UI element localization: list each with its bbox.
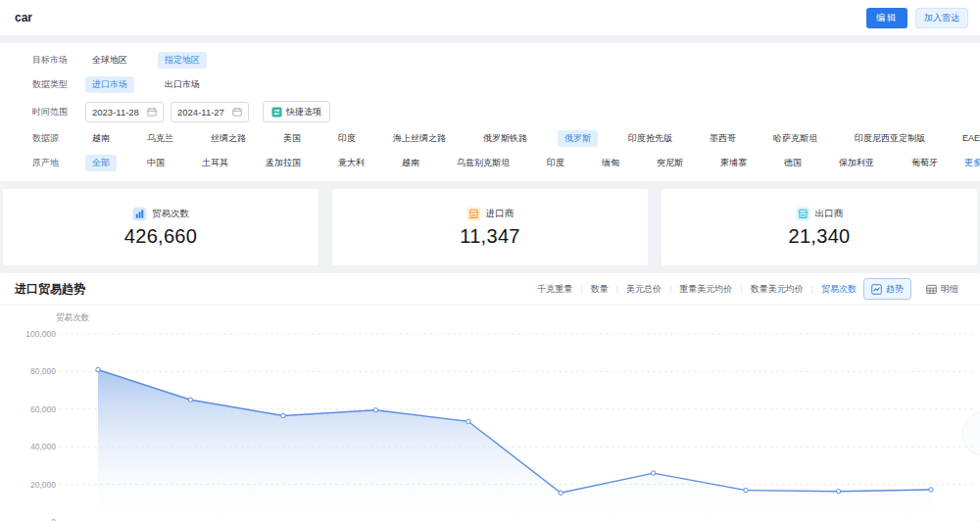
- page-title: car: [15, 11, 32, 24]
- page: car 编辑 加入雷达 目标市场 全球地区指定地区 数据类型 进口市场出口市场 …: [0, 0, 980, 521]
- y-tick-label: 100,000: [25, 329, 56, 339]
- quick-options-button[interactable]: 快捷选项: [263, 101, 330, 122]
- metric-toggle[interactable]: 千克重量: [537, 283, 572, 296]
- filter-option[interactable]: 俄罗斯铁路: [476, 130, 534, 147]
- data-type-options: 进口市场出口市场: [85, 76, 207, 93]
- chart-header: 进口贸易趋势 千克重量|数量|美元总价|重量美元均价|数量美元均价|贸易次数 趋…: [0, 273, 980, 306]
- trend-chart-card: 进口贸易趋势 千克重量|数量|美元总价|重量美元均价|数量美元均价|贸易次数 趋…: [0, 273, 980, 521]
- filter-option[interactable]: 德国: [777, 155, 808, 171]
- filter-option[interactable]: 海上丝绸之路: [386, 130, 453, 147]
- filter-option[interactable]: 全球地区: [85, 52, 134, 69]
- filter-option[interactable]: 印度: [331, 130, 363, 147]
- metric-toggle[interactable]: 贸易次数: [821, 283, 857, 296]
- y-axis-title: 贸易次数: [56, 312, 90, 322]
- filter-option[interactable]: 墨西哥: [703, 130, 743, 147]
- metric-separator: |: [580, 284, 582, 294]
- metric-toggle[interactable]: 美元总价: [626, 283, 662, 296]
- data-point[interactable]: [929, 488, 933, 492]
- filter-option[interactable]: 俄罗斯: [558, 130, 598, 147]
- metric-toggle[interactable]: 数量: [591, 283, 609, 296]
- trades-count-value: 426,660: [124, 225, 197, 248]
- importer-store-icon: [466, 207, 481, 221]
- start-date-input[interactable]: 2023-11-28: [85, 102, 164, 122]
- data-point[interactable]: [96, 367, 100, 371]
- target-market-row: 目标市场 全球地区指定地区: [0, 48, 980, 72]
- data-point[interactable]: [652, 471, 656, 475]
- trades-count-card: 贸易次数 426,660: [3, 189, 318, 265]
- filter-option[interactable]: 印度抢先版: [621, 130, 679, 147]
- end-date-value: 2024-11-27: [177, 107, 224, 118]
- filter-option[interactable]: 进口市场: [85, 76, 134, 93]
- filter-option[interactable]: 哈萨克斯坦: [766, 130, 824, 147]
- trend-view-button[interactable]: 趋势: [863, 278, 911, 300]
- filter-option[interactable]: 印度: [540, 155, 571, 171]
- data-point[interactable]: [559, 491, 563, 495]
- detail-view-button[interactable]: 明细: [918, 278, 966, 300]
- quick-options-icon: [271, 107, 282, 118]
- filter-option[interactable]: 乌克兰: [140, 130, 180, 147]
- detail-view-label: 明细: [941, 283, 958, 296]
- origin-label: 原产地: [32, 157, 78, 169]
- calendar-icon: [232, 107, 242, 117]
- floating-widget[interactable]: [962, 412, 980, 455]
- filter-option[interactable]: 突尼斯: [650, 155, 690, 171]
- chart-controls: 千克重量|数量|美元总价|重量美元均价|数量美元均价|贸易次数 趋势 明细: [537, 278, 966, 300]
- metric-separator: |: [811, 284, 813, 294]
- y-tick-label: 40,000: [30, 442, 56, 451]
- end-date-input[interactable]: 2024-11-27: [171, 102, 249, 122]
- filter-option[interactable]: 孟加拉国: [259, 155, 308, 171]
- data-point[interactable]: [466, 419, 470, 423]
- filter-option[interactable]: 土耳其: [195, 155, 235, 171]
- metric-toggle[interactable]: 重量美元均价: [679, 283, 732, 296]
- time-range-controls: 2023-11-28 2024-11-27 快捷选项: [85, 101, 330, 122]
- filter-option[interactable]: 保加利亚: [832, 155, 881, 171]
- filter-option[interactable]: 越南: [85, 130, 117, 147]
- filter-panel: 目标市场 全球地区指定地区 数据类型 进口市场出口市场 时间范围 2023-11…: [0, 43, 980, 181]
- data-point[interactable]: [281, 413, 285, 417]
- edit-button[interactable]: 编辑: [866, 8, 907, 28]
- y-tick-label: 0: [51, 517, 56, 521]
- filter-option[interactable]: 出口市场: [158, 76, 207, 93]
- y-tick-label: 60,000: [30, 404, 56, 414]
- origin-more-link[interactable]: 更多: [964, 157, 980, 169]
- data-source-options: 越南乌克兰丝绸之路美国印度海上丝绸之路俄罗斯铁路俄罗斯印度抢先版墨西哥哈萨克斯坦…: [85, 130, 980, 147]
- stat-label: 贸易次数: [152, 208, 189, 220]
- chart-title: 进口贸易趋势: [15, 281, 85, 298]
- filter-option[interactable]: 全部: [85, 155, 117, 171]
- filter-option[interactable]: EAEU(哈萨克斯坦): [956, 130, 980, 147]
- origin-row: 原产地 全部中国土耳其孟加拉国意大利越南乌兹别克斯坦印度缅甸突尼斯柬埔寨德国保加…: [0, 151, 980, 175]
- filter-option[interactable]: 缅甸: [595, 155, 626, 171]
- target-market-options: 全球地区指定地区: [85, 52, 207, 69]
- filter-option[interactable]: 美国: [276, 130, 308, 147]
- filter-option[interactable]: 越南: [395, 155, 426, 171]
- filter-option[interactable]: 印度尼西亚定制版: [848, 130, 932, 147]
- filter-option[interactable]: 柬埔寨: [713, 155, 754, 171]
- y-tick-label: 20,000: [30, 480, 56, 490]
- exporter-store-icon: [796, 207, 810, 221]
- metric-separator: |: [669, 284, 671, 294]
- metric-toggle[interactable]: 数量美元均价: [751, 283, 804, 296]
- filter-option[interactable]: 指定地区: [158, 52, 207, 69]
- y-tick-label: 80,000: [30, 366, 56, 376]
- stat-label: 出口商: [815, 208, 844, 220]
- area-fill: [98, 370, 931, 521]
- data-point[interactable]: [188, 398, 192, 402]
- filter-option[interactable]: 丝绸之路: [204, 130, 253, 147]
- time-range-label: 时间范围: [32, 106, 78, 118]
- filter-option[interactable]: 意大利: [331, 155, 371, 171]
- quick-options-label: 快捷选项: [286, 106, 321, 118]
- metric-toggle-bar: 千克重量|数量|美元总价|重量美元均价|数量美元均价|贸易次数: [537, 283, 857, 296]
- filter-option[interactable]: 葡萄牙: [905, 155, 945, 171]
- origin-options: 全部中国土耳其孟加拉国意大利越南乌兹别克斯坦印度缅甸突尼斯柬埔寨德国保加利亚葡萄…: [85, 155, 945, 171]
- data-point[interactable]: [836, 490, 840, 494]
- exporters-card: 出口商 21,340: [662, 189, 977, 265]
- stat-cards: 贸易次数 426,660 进口商 11,347 出口商 21,340: [3, 189, 977, 265]
- data-point[interactable]: [373, 408, 377, 412]
- data-point[interactable]: [744, 488, 748, 492]
- filter-option[interactable]: 中国: [140, 155, 172, 171]
- exporters-value: 21,340: [789, 225, 851, 248]
- data-type-label: 数据类型: [32, 78, 78, 91]
- add-radar-button[interactable]: 加入雷达: [915, 8, 968, 28]
- top-actions: 编辑 加入雷达: [866, 8, 968, 28]
- filter-option[interactable]: 乌兹别克斯坦: [450, 155, 516, 171]
